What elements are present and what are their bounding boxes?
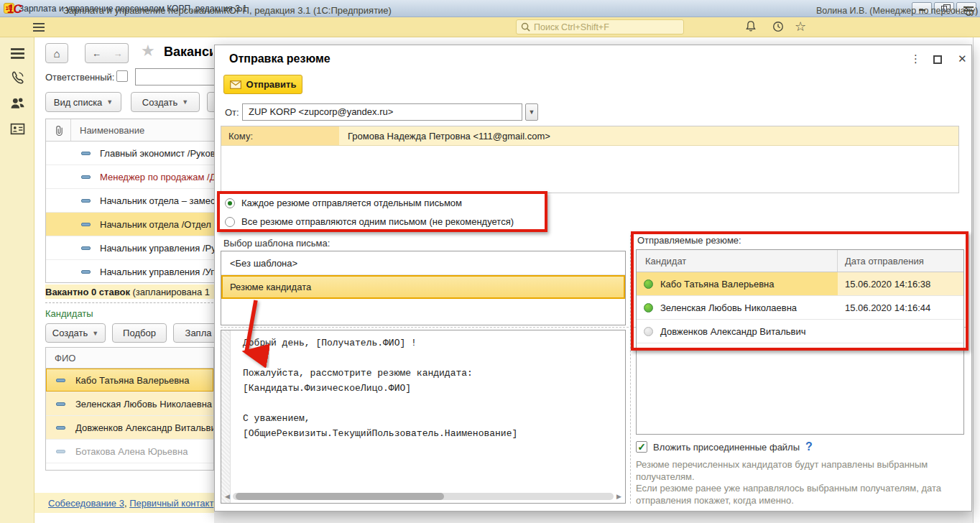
close-dialog-icon[interactable]: ✕ (958, 52, 967, 65)
search-input[interactable] (534, 22, 679, 32)
scroll-right-icon[interactable]: ▶ (616, 492, 621, 501)
responsible-label: Ответственный: (45, 72, 114, 83)
to-label: Кому: (221, 126, 339, 145)
employees-icon[interactable] (10, 96, 25, 111)
responsible-checkbox[interactable] (116, 70, 128, 82)
scrollbar-thumb[interactable] (236, 493, 444, 500)
vacancy-name: Начальник управления /Упр (100, 267, 214, 277)
vacancy-row[interactable]: Менеджер по продажам /Ди (46, 165, 214, 189)
home-button[interactable]: ⌂ (45, 43, 68, 63)
candidates-list: ФИО Кабо Татьяна Валерьевна Зеленская Лю… (45, 347, 214, 471)
from-label: От: (225, 107, 239, 118)
1c-logo: 1С (6, 2, 22, 17)
back-button[interactable]: ← (85, 43, 108, 63)
from-dropdown-button[interactable]: ▼ (525, 103, 538, 121)
attach-files-row: ✓ Вложить присоединенные файлы ? (636, 440, 813, 453)
create-vacancy-button[interactable]: Создать▼ (131, 92, 200, 112)
global-search[interactable] (516, 19, 684, 34)
form-footer-area (214, 512, 980, 523)
sending-row[interactable]: Довженков Александр Витальвич (637, 320, 963, 343)
scroll-left-icon[interactable]: ◀ (225, 492, 230, 501)
status-sent-icon (644, 303, 653, 313)
app-header (0, 17, 980, 37)
sending-date: 15.06.2020 14:16:38 (838, 272, 963, 295)
more-actions-icon[interactable]: ⋮ (910, 52, 921, 65)
vacancy-row-selected[interactable]: Начальник отдела /Отдел ра (46, 213, 214, 236)
send-resume-dialog: Отправка резюме ⋮ ✕ Отправить От: ZUP KO… (214, 45, 972, 512)
candidates-card-icon[interactable] (10, 121, 25, 136)
candidate-row-selected[interactable]: Кабо Татьяна Валерьевна (46, 369, 213, 392)
maximize-icon[interactable] (933, 55, 942, 64)
vacancy-row[interactable]: Главный экономист /Руково (46, 142, 214, 165)
main-menu-icon[interactable] (33, 23, 45, 32)
recipient-row[interactable]: Кому: Громова Надежда Петровна <111@gmai… (221, 126, 958, 146)
first-contact-link[interactable]: Первичный контакт (129, 498, 213, 509)
message-line: С уважением, (243, 413, 517, 428)
recipients-block: Кому: Громова Надежда Петровна <111@gmai… (221, 126, 959, 193)
candidate-row[interactable]: Ботакова Алена Юрьевна (46, 440, 213, 463)
sending-candidate-name: Зеленская Любовь Николаевна (660, 302, 797, 313)
from-field[interactable]: ZUP KORP <zupcorp@yandex.ru> (242, 103, 522, 121)
vacancy-state-icon (81, 223, 91, 226)
attach-checkbox-checked[interactable]: ✓ (636, 441, 647, 453)
sending-row[interactable]: Зеленская Любовь Николаевна 15.06.2020 1… (637, 296, 963, 320)
vacancy-state-icon (81, 152, 91, 155)
separator (45, 302, 213, 303)
current-user[interactable]: Волина И.В. (Менеджер по персоналу) (816, 6, 978, 16)
sending-candidate-name: Довженков Александр Витальвич (660, 326, 806, 337)
vacancy-note-bold: Вакантно 0 ставок (45, 287, 130, 297)
history-clock-icon[interactable] (772, 20, 785, 33)
candidate-name: Зеленская Любовь Николаевна (75, 399, 212, 409)
template-row-none[interactable]: <Без шаблона> (221, 251, 625, 275)
attach-label: Вложить присоединенные файлы (653, 442, 800, 453)
dialog-notes: Резюме перечисленных кандидатов будут на… (636, 459, 968, 506)
candidates-list-header[interactable]: ФИО (46, 348, 213, 369)
template-row-selected[interactable]: Резюме кандидата (221, 275, 625, 299)
radio-unselected-icon[interactable] (225, 217, 235, 227)
radio-selected-icon[interactable] (225, 198, 235, 208)
help-link[interactable]: ? (805, 440, 813, 453)
candidate-row[interactable]: Зеленская Любовь Николаевна (46, 392, 213, 416)
forward-button[interactable]: → (108, 43, 129, 63)
service-menu-icon[interactable] (963, 6, 974, 16)
candidate-state-icon (56, 402, 65, 406)
favorites-star-icon[interactable]: ☆ (795, 19, 806, 34)
vacancies-list-header[interactable]: Наименование (46, 119, 214, 142)
notifications-bell-icon[interactable] (744, 20, 757, 33)
vacancy-row[interactable]: Начальник управления /Рук (46, 236, 214, 260)
phone-calls-icon[interactable] (10, 70, 25, 85)
sending-date (838, 320, 963, 343)
vacancy-row[interactable]: Начальник отдела – замест (46, 189, 214, 213)
candidates-section-title: Кандидаты (45, 308, 93, 319)
view-list-button[interactable]: Вид списка▼ (45, 92, 121, 112)
radio-label: Все резюме отправляются одним письмом (н… (241, 216, 514, 227)
horizontal-scrollbar[interactable]: ◀ ▶ (223, 492, 623, 501)
favorite-page-star-icon[interactable]: ★ (141, 42, 155, 60)
message-body[interactable]: Добрый день, [Получатель.ФИО] ! Пожалуйс… (221, 330, 626, 504)
sending-table-header[interactable]: Кандидат Дата отправления (637, 250, 963, 272)
scrollbar-track[interactable] (233, 493, 614, 500)
sending-row-selected[interactable]: Кабо Татьяна Валерьевна 15.06.2020 14:16… (637, 272, 963, 296)
message-line: Добрый день, [Получатель.ФИО] ! (243, 338, 517, 353)
splitter-vertical[interactable] (630, 235, 631, 504)
selection-button[interactable]: Подбор (112, 323, 167, 343)
vacancy-row[interactable]: Начальник управления /Упр (46, 260, 214, 283)
candidate-row[interactable]: Довженков Александр Витальвич (46, 416, 213, 440)
create-label: Создать (52, 328, 88, 338)
sections-menu-icon[interactable] (10, 46, 25, 61)
vacancy-state-icon (81, 246, 91, 250)
message-text: Добрый день, [Получатель.ФИО] ! Пожалуйс… (243, 338, 517, 443)
send-button-label: Отправить (246, 79, 297, 90)
candidate-name: Ботакова Алена Юрьевна (75, 446, 188, 457)
radio-option-single[interactable]: Все резюме отправляются одним письмом (н… (225, 216, 514, 227)
chevron-down-icon: ▼ (182, 98, 188, 106)
create-candidate-button[interactable]: Создать▼ (45, 323, 106, 343)
send-button[interactable]: Отправить (223, 75, 302, 94)
candidate-column-header: Кандидат (637, 250, 838, 272)
interview-link[interactable]: Собеседование 3 (48, 498, 124, 509)
note-line: Если резюме ранее уже направлялось выбра… (636, 483, 968, 506)
sending-resumes-label: Отправляемые резюме: (637, 235, 741, 246)
to-value: Громова Надежда Петровна <111@gmail.com> (339, 126, 958, 145)
radio-option-separate[interactable]: Каждое резюме отправляется отдельным пис… (225, 198, 462, 208)
vacancy-state-icon (81, 175, 91, 179)
